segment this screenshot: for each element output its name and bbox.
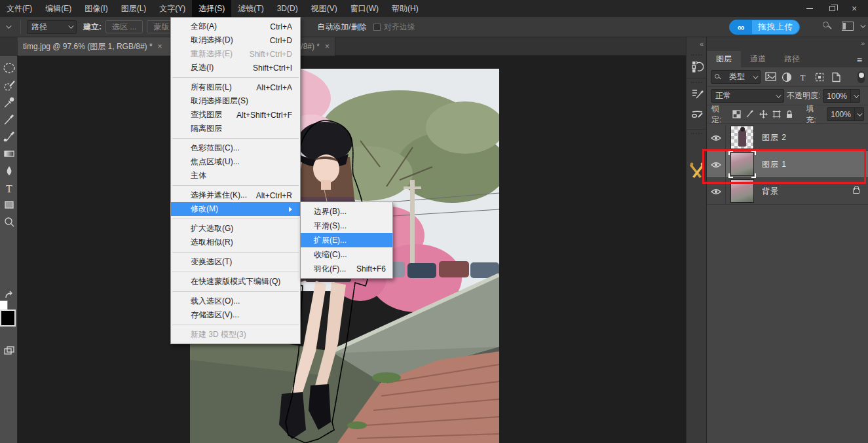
foreground-color-swatch[interactable] [0,310,16,327]
blur-tool[interactable] [2,164,16,178]
submenu-item[interactable]: 羽化(F)...Shift+F6 [301,262,392,276]
restore-button[interactable] [823,3,840,14]
menu-item-modify[interactable]: 修改(M) [171,202,300,216]
panel-menu-icon[interactable]: ≡ [857,53,862,67]
eye-icon[interactable] [711,134,721,141]
chevron-down-icon[interactable] [860,22,865,27]
gradient-tool[interactable] [2,147,16,161]
layer-thumbnail[interactable] [730,179,754,203]
rectangle-tool[interactable] [2,198,16,212]
selection-brush-tool[interactable] [2,79,16,93]
menu-select[interactable]: 选择(S) [192,0,231,17]
netdisk-upload-button[interactable]: ∞ 拖拽上传 [729,20,800,35]
eye-icon[interactable] [711,161,721,168]
make-selection-button[interactable]: 选区 ... [105,20,143,33]
document-tab-active[interactable]: timg.jpg @ 97.6% (图层 1, RGB/8#) * × [18,37,175,56]
fill-field[interactable]: 100% [827,107,864,121]
menu-view[interactable]: 视图(V) [305,0,344,17]
menu-layer[interactable]: 图层(L) [115,0,153,17]
submenu-item-expand[interactable]: 扩展(E)... [301,233,392,247]
tab-layers[interactable]: 图层 [707,51,741,67]
eye-icon[interactable] [711,188,721,194]
layer-thumbnail[interactable] [730,152,754,176]
menu-item[interactable]: 载入选区(O)... [171,294,300,308]
menu-item[interactable]: 在快速蒙版模式下编辑(Q) [171,275,300,289]
menu-item[interactable]: 扩大选取(G) [171,222,300,236]
zoom-tool[interactable] [2,215,16,229]
eyedropper-tool[interactable] [2,96,16,110]
layer-name[interactable]: 图层 1 [762,159,787,170]
menu-edit[interactable]: 编辑(E) [39,0,78,17]
chevron-down-icon[interactable] [850,89,859,103]
tab-close-icon[interactable]: × [325,42,330,51]
menu-item[interactable]: 存储选区(V)... [171,308,300,322]
history-panel-icon[interactable] [689,58,705,75]
menu-item[interactable]: 隔离图层 [171,122,300,135]
menu-item[interactable]: 查找图层Alt+Shift+Ctrl+F [171,108,300,122]
filter-toggle[interactable] [858,71,865,83]
elliptical-marquee-tool[interactable] [2,61,16,75]
brush-tool[interactable] [2,113,16,127]
brush-settings-panel-icon[interactable] [689,86,705,103]
menu-file[interactable]: 文件(F) [0,0,39,17]
layer-thumbnail[interactable] [730,126,754,149]
close-button[interactable]: × [846,3,863,14]
menu-item[interactable]: 变换选区(T) [171,255,300,269]
visibility-cell[interactable] [707,178,726,205]
submenu-item[interactable]: 平滑(S)... [301,219,392,233]
layer-row[interactable]: 图层 2 [707,124,868,151]
lock-transparent-icon[interactable] [732,109,742,119]
path-mode-dropdown[interactable]: 路径 [27,20,77,34]
menu-item[interactable]: 主体 [171,169,300,183]
lock-paint-icon[interactable] [745,109,755,119]
tool-preset-dropdown[interactable] [0,25,16,29]
chevron-down-icon[interactable] [854,107,863,121]
visibility-cell[interactable] [707,124,726,151]
layer-name[interactable]: 背景 [762,186,779,197]
menu-item[interactable]: 取消选择图层(S) [171,94,300,108]
menu-type[interactable]: 文字(Y) [153,0,192,17]
menu-item[interactable]: 反选(I)Shift+Ctrl+I [171,61,300,75]
opacity-field[interactable]: 100% [823,89,860,103]
type-filter-icon[interactable]: T [797,71,810,84]
workspace-switcher-icon[interactable] [842,22,854,31]
menu-item[interactable]: 选取相似(R) [171,236,300,249]
submenu-item[interactable]: 收缩(C)... [301,247,392,262]
menu-help[interactable]: 帮助(H) [385,0,425,17]
submenu-item[interactable]: 边界(B)... [301,204,392,219]
menu-window[interactable]: 窗口(W) [344,0,385,17]
auto-add-delete-checkbox[interactable]: 自动添加/删除 [317,22,366,33]
tab-channels[interactable]: 通道 [741,51,775,67]
search-icon[interactable] [823,22,833,32]
layer-name[interactable]: 图层 2 [762,132,787,143]
menu-item[interactable]: 所有图层(L)Alt+Ctrl+A [171,80,300,94]
pixel-filter-icon[interactable] [764,71,777,84]
brush-presets-panel-icon[interactable] [689,105,705,122]
menu-item[interactable]: 全部(A)Ctrl+A [171,20,300,33]
menu-filter[interactable]: 滤镜(T) [231,0,270,17]
smartobject-filter-icon[interactable] [829,71,842,84]
tab-close-icon[interactable]: × [158,42,162,51]
layer-row[interactable]: 背景 [707,178,868,205]
blend-mode-dropdown[interactable]: 正常 [711,89,784,103]
visibility-cell[interactable] [707,151,726,178]
extension-panel-icon[interactable] [689,162,705,179]
collapse-dock-icon[interactable]: « [700,40,702,48]
lock-artboard-icon[interactable] [772,109,781,119]
shape-filter-icon[interactable] [813,71,826,84]
filter-type-dropdown[interactable]: 类型 [711,70,761,84]
minimize-button[interactable] [801,3,818,14]
type-tool[interactable]: T [2,181,16,196]
menu-item[interactable]: 焦点区域(U)... [171,155,300,169]
adjustment-filter-icon[interactable] [780,71,793,84]
menu-item[interactable]: 取消选择(D)Ctrl+D [171,33,300,47]
menu-image[interactable]: 图像(I) [78,0,114,17]
menu-3d[interactable]: 3D(D) [271,0,305,17]
mixer-brush-tool[interactable] [2,130,16,144]
menu-item[interactable]: 色彩范围(C)... [171,141,300,155]
lock-all-icon[interactable] [785,109,794,119]
layer-row-selected[interactable]: 图层 1 [707,151,868,178]
tab-paths[interactable]: 路径 [775,51,809,67]
align-edges-checkbox[interactable]: 对齐边缘 [373,22,415,33]
screen-mode-icon[interactable] [2,344,16,358]
